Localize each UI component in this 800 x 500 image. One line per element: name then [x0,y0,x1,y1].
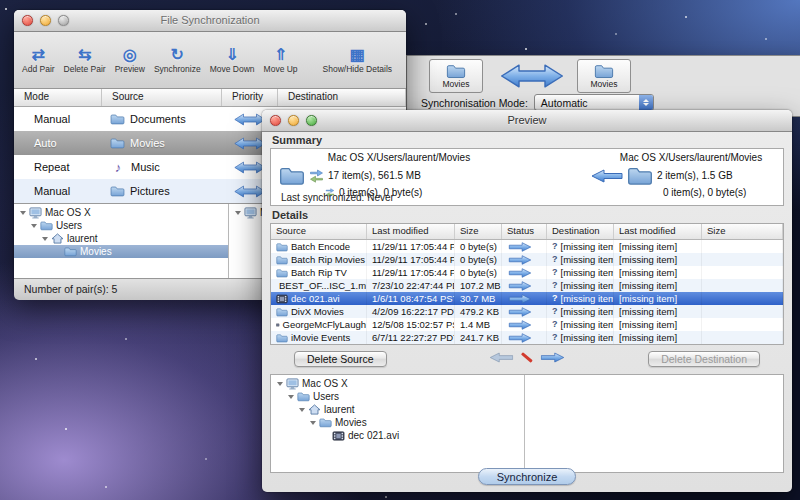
disclosure-triangle-icon[interactable] [42,237,48,241]
column-priority[interactable]: Priority [222,89,278,106]
column-source[interactable]: Source [271,224,367,239]
movie-file-icon [332,431,345,441]
tree-item[interactable]: Mac OS X [14,206,228,219]
folder-icon [446,63,466,79]
tree-item-selected[interactable]: Movies [14,245,228,258]
details-icon: ▦ [350,46,365,63]
column-status[interactable]: Status [502,224,547,239]
disclosure-triangle-icon[interactable] [310,421,316,425]
unknown-item-icon: ? [552,266,558,279]
computer-icon [29,207,42,219]
close-button[interactable] [22,15,33,26]
show-hide-details-button[interactable]: ▦Show/Hide Details [323,46,392,74]
last-synchronized: Last synchronized: Never [281,192,394,203]
details-row[interactable]: Batch Encode 11/29/11 17:05:44 PST 0 byt… [271,240,783,253]
destination-count: 2 item(s), 1.5 GB [657,170,733,181]
zoom-button[interactable] [306,115,317,126]
details-row-selected[interactable]: dec 021.avi 1/6/11 08:47:54 PST 30.7 MB … [271,292,783,305]
column-size[interactable]: Size [455,224,502,239]
column-dest-size[interactable]: Size [702,224,783,239]
disclosure-triangle-icon[interactable] [235,211,241,215]
details-row[interactable]: GeorgeMcFlyLaugh 12/5/08 15:02:57 PST 1.… [271,318,783,331]
close-button[interactable] [270,115,281,126]
folder-icon [276,307,288,317]
move-up-icon: ⇑ [274,46,287,63]
summary-section-label: Summary [272,134,784,146]
destination-count-2: 0 item(s), 0 byte(s) [663,187,746,198]
source-folder-label: Movies [443,79,470,89]
tree-item[interactable]: Movies [271,416,524,429]
no-sync-icon[interactable] [521,352,533,362]
minimize-button[interactable] [40,15,51,26]
column-mode[interactable]: Mode [14,89,102,106]
unknown-item-icon: ? [552,240,558,253]
folder-icon [64,246,77,257]
disclosure-triangle-icon[interactable] [31,224,37,228]
column-source[interactable]: Source [102,89,222,106]
sync-right-arrow-icon [507,255,533,265]
delete-pair-button[interactable]: ⇆Delete Pair [64,46,106,74]
direction-left-arrow-icon[interactable] [490,352,514,363]
sync-mode-select[interactable]: Automatic [534,94,654,111]
file-sync-titlebar[interactable]: File Synchronization [14,10,406,32]
summary-box: Mac OS X/Users/laurent/Movies 17 item(s)… [270,148,784,206]
direction-right-arrow-icon[interactable] [541,352,565,363]
tree-item[interactable]: dec 021.avi [271,429,524,442]
destination-folder-box[interactable]: Movies [577,59,631,93]
details-row[interactable]: Batch Rip Movies 11/29/11 17:05:44 PST 0… [271,253,783,266]
preview-button[interactable]: ◎Preview [115,46,145,74]
synchronize-button[interactable]: ↻Synchronize [154,46,201,74]
direction-control [490,352,565,363]
disclosure-triangle-icon[interactable] [299,408,305,412]
zoom-button[interactable] [58,15,69,26]
movie-file-icon [276,320,280,330]
source-folder-box[interactable]: Movies [429,59,483,93]
sync-direction-arrow-icon [499,63,565,89]
home-icon [308,404,321,415]
sync-mode-label: Synchronisation Mode: [421,97,528,109]
sync-right-arrow-icon [507,307,533,317]
folder-icon [276,333,288,343]
unknown-item-icon: ? [552,279,558,292]
details-row[interactable]: BEST_OF...ISC_1.mp4 7/23/10 22:47:44 PDT… [271,279,783,292]
details-section-label: Details [272,209,784,221]
computer-icon [244,207,257,219]
delete-destination-button[interactable]: Delete Destination [648,351,760,367]
home-icon [51,233,64,244]
preview-icon: ◎ [123,46,137,63]
sync-right-arrow-icon [507,281,533,291]
synchronize-action-button[interactable]: Synchronize [478,468,576,485]
unknown-item-icon: ? [552,331,558,344]
starfield [5,8,7,10]
destination-path: Mac OS X/Users/laurent/Movies [591,152,784,163]
folder-icon [594,63,614,79]
details-row[interactable]: iMovie Events 6/7/11 22:27:27 PDT 241.7 … [271,331,783,344]
unknown-item-icon: ? [552,318,558,331]
tree-item[interactable]: Users [14,219,228,232]
disclosure-triangle-icon[interactable] [288,395,294,399]
sync-right-arrow-icon [507,268,533,278]
details-row[interactable]: DivX Movies 4/2/09 16:22:17 PDT 479.2 KB… [271,305,783,318]
source-count: 17 item(s), 561.5 MB [328,170,421,181]
tree-item[interactable]: Users [271,390,524,403]
preview-titlebar[interactable]: Preview [262,110,792,132]
move-down-button[interactable]: ⇓Move Down [210,46,255,74]
disclosure-triangle-icon[interactable] [20,211,26,215]
column-last-modified[interactable]: Last modified [367,224,455,239]
folder-icon [276,242,288,252]
disclosure-triangle-icon[interactable] [277,382,283,386]
unknown-item-icon: ? [552,292,558,305]
column-destination[interactable]: Destination [547,224,614,239]
delete-source-button[interactable]: Delete Source [294,351,387,367]
tree-item[interactable]: laurent [14,232,228,245]
tree-item[interactable]: Mac OS X [271,377,524,390]
tree-item[interactable]: laurent [271,403,524,416]
music-icon: ♪ [110,160,126,175]
column-dest-last-modified[interactable]: Last modified [614,224,702,239]
move-up-button[interactable]: ⇑Move Up [264,46,298,74]
column-destination[interactable]: Destination [278,89,406,106]
unknown-item-icon: ? [552,305,558,318]
details-row[interactable]: Batch Rip TV 11/29/11 17:05:44 PST 0 byt… [271,266,783,279]
minimize-button[interactable] [288,115,299,126]
add-pair-button[interactable]: ⇄Add Pair [22,46,55,74]
